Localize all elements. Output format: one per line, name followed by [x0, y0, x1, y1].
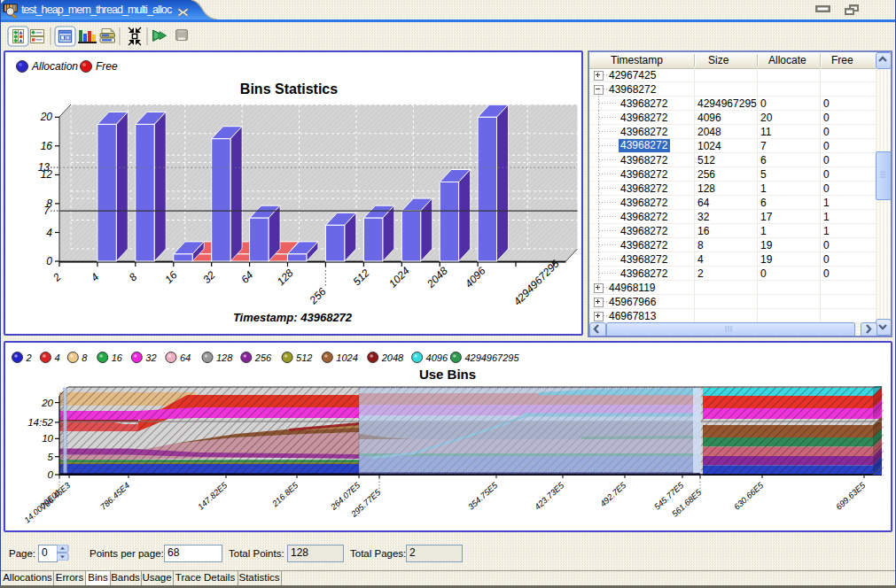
svg-text:4096: 4096 [463, 265, 488, 290]
svg-text:Timestamp: 43968272: Timestamp: 43968272 [233, 311, 353, 324]
svg-text:10: 10 [42, 433, 53, 444]
svg-text:16: 16 [162, 268, 180, 286]
svg-text:128: 128 [275, 267, 296, 288]
svg-text:4294967295: 4294967295 [511, 257, 562, 307]
svg-text:5: 5 [48, 452, 54, 462]
svg-text:630.66E5: 630.66E5 [732, 480, 766, 512]
svg-text:1024: 1024 [336, 352, 357, 363]
svg-text:13: 13 [38, 161, 51, 174]
svg-text:32: 32 [200, 268, 218, 286]
svg-text:2: 2 [26, 352, 32, 363]
svg-text:2048: 2048 [424, 265, 450, 291]
svg-text:2: 2 [50, 271, 64, 285]
svg-text:492.7E5: 492.7E5 [598, 480, 628, 508]
svg-text:4: 4 [54, 352, 59, 363]
svg-text:Allocation: Allocation [31, 60, 78, 73]
svg-text:4294967295: 4294967295 [464, 352, 519, 363]
svg-text:64: 64 [238, 268, 256, 286]
svg-text:786.45E3: 786.45E3 [39, 480, 73, 512]
svg-text:14:52: 14:52 [27, 417, 53, 428]
svg-text:256: 256 [307, 285, 329, 307]
svg-text:4: 4 [89, 271, 102, 284]
svg-text:4: 4 [46, 227, 52, 239]
svg-text:216.8E5: 216.8E5 [269, 480, 300, 509]
svg-text:Bins Statistics: Bins Statistics [240, 81, 338, 97]
svg-text:8: 8 [127, 271, 140, 284]
svg-text:1024: 1024 [386, 265, 412, 290]
svg-text:256: 256 [254, 352, 272, 363]
svg-text:20: 20 [40, 111, 53, 123]
svg-text:0: 0 [46, 255, 52, 267]
svg-text:Free: Free [96, 60, 118, 73]
svg-text:4096: 4096 [426, 352, 448, 363]
svg-text:786.45E4: 786.45E4 [98, 480, 132, 511]
svg-text:8: 8 [82, 352, 88, 363]
svg-text:32: 32 [145, 352, 156, 363]
svg-text:128: 128 [216, 352, 233, 363]
svg-text:Use Bins: Use Bins [419, 367, 476, 382]
svg-text:699.63E5: 699.63E5 [834, 480, 868, 512]
svg-text:512: 512 [296, 352, 312, 363]
svg-text:16: 16 [41, 140, 53, 152]
svg-text:423.73E5: 423.73E5 [533, 480, 566, 512]
svg-text:2048: 2048 [381, 352, 404, 363]
svg-text:0: 0 [48, 469, 54, 480]
svg-text:512: 512 [351, 267, 372, 288]
svg-text:147.82E5: 147.82E5 [196, 480, 230, 512]
svg-text:20: 20 [41, 398, 53, 408]
svg-text:16: 16 [112, 352, 123, 363]
svg-text:64: 64 [180, 352, 191, 363]
svg-text:354.75E5: 354.75E5 [466, 480, 500, 512]
